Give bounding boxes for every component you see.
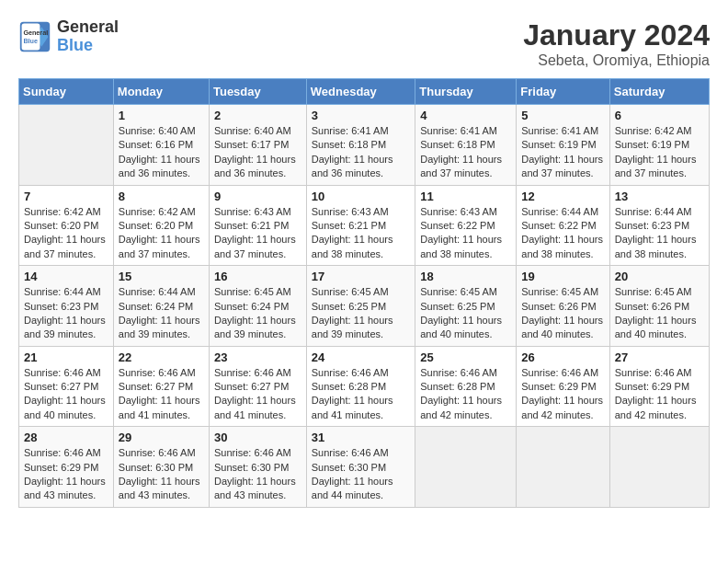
day-number: 30	[214, 431, 301, 444]
day-number: 27	[615, 350, 704, 364]
day-info: Sunrise: 6:46 AM Sunset: 6:27 PM Dayligh…	[119, 366, 204, 423]
calendar-week-2: 7Sunrise: 6:42 AM Sunset: 6:20 PM Daylig…	[19, 185, 710, 266]
day-number: 17	[312, 270, 410, 283]
calendar-table: SundayMondayTuesdayWednesdayThursdayFrid…	[18, 78, 710, 508]
day-number: 10	[312, 190, 410, 203]
calendar-cell: 19Sunrise: 6:45 AM Sunset: 6:26 PM Dayli…	[517, 266, 609, 347]
day-info: Sunrise: 6:43 AM Sunset: 6:21 PM Dayligh…	[214, 205, 301, 262]
day-info: Sunrise: 6:46 AM Sunset: 6:27 PM Dayligh…	[24, 366, 108, 423]
logo: General Blue General Blue	[18, 18, 119, 55]
calendar-cell: 26Sunrise: 6:46 AM Sunset: 6:29 PM Dayli…	[517, 346, 609, 427]
day-info: Sunrise: 6:44 AM Sunset: 6:22 PM Dayligh…	[521, 205, 604, 262]
calendar-cell: 20Sunrise: 6:45 AM Sunset: 6:26 PM Dayli…	[609, 266, 709, 347]
day-info: Sunrise: 6:45 AM Sunset: 6:24 PM Dayligh…	[214, 285, 301, 342]
day-info: Sunrise: 6:44 AM Sunset: 6:23 PM Dayligh…	[615, 205, 704, 262]
calendar-cell: 11Sunrise: 6:43 AM Sunset: 6:22 PM Dayli…	[415, 185, 517, 266]
day-number: 12	[521, 190, 604, 203]
day-number: 16	[214, 270, 301, 283]
calendar-cell: 2Sunrise: 6:40 AM Sunset: 6:17 PM Daylig…	[209, 105, 306, 186]
calendar-cell	[415, 427, 517, 508]
day-number: 22	[119, 350, 204, 364]
day-number: 21	[24, 350, 108, 364]
day-number: 14	[24, 270, 108, 283]
day-info: Sunrise: 6:46 AM Sunset: 6:30 PM Dayligh…	[214, 446, 301, 503]
calendar-cell: 7Sunrise: 6:42 AM Sunset: 6:20 PM Daylig…	[19, 185, 114, 266]
day-number: 2	[214, 109, 301, 122]
calendar-cell	[517, 427, 609, 508]
day-info: Sunrise: 6:45 AM Sunset: 6:25 PM Dayligh…	[312, 285, 410, 342]
calendar-cell: 21Sunrise: 6:46 AM Sunset: 6:27 PM Dayli…	[19, 346, 114, 427]
column-header-monday: Monday	[113, 79, 209, 105]
logo-icon: General Blue	[18, 20, 51, 53]
day-info: Sunrise: 6:42 AM Sunset: 6:20 PM Dayligh…	[119, 205, 204, 262]
day-info: Sunrise: 6:43 AM Sunset: 6:21 PM Dayligh…	[312, 205, 410, 262]
day-number: 24	[312, 350, 410, 364]
calendar-cell: 3Sunrise: 6:41 AM Sunset: 6:18 PM Daylig…	[306, 105, 415, 186]
calendar-cell: 16Sunrise: 6:45 AM Sunset: 6:24 PM Dayli…	[209, 266, 306, 347]
calendar-cell: 22Sunrise: 6:46 AM Sunset: 6:27 PM Dayli…	[113, 346, 209, 427]
day-info: Sunrise: 6:40 AM Sunset: 6:16 PM Dayligh…	[119, 124, 204, 181]
day-info: Sunrise: 6:44 AM Sunset: 6:23 PM Dayligh…	[24, 285, 108, 342]
day-number: 28	[24, 431, 108, 444]
calendar-cell	[19, 105, 114, 186]
day-number: 20	[615, 270, 704, 283]
day-info: Sunrise: 6:45 AM Sunset: 6:26 PM Dayligh…	[521, 285, 604, 342]
day-number: 23	[214, 350, 301, 364]
day-info: Sunrise: 6:43 AM Sunset: 6:22 PM Dayligh…	[420, 205, 511, 262]
svg-text:General: General	[23, 29, 48, 37]
calendar-cell: 12Sunrise: 6:44 AM Sunset: 6:22 PM Dayli…	[517, 185, 609, 266]
calendar-cell: 6Sunrise: 6:42 AM Sunset: 6:19 PM Daylig…	[609, 105, 709, 186]
calendar-cell: 14Sunrise: 6:44 AM Sunset: 6:23 PM Dayli…	[19, 266, 114, 347]
calendar-header-row: SundayMondayTuesdayWednesdayThursdayFrid…	[19, 79, 710, 105]
column-header-friday: Friday	[517, 79, 609, 105]
calendar-cell: 9Sunrise: 6:43 AM Sunset: 6:21 PM Daylig…	[209, 185, 306, 266]
day-info: Sunrise: 6:46 AM Sunset: 6:30 PM Dayligh…	[119, 446, 204, 503]
day-number: 1	[119, 109, 204, 122]
day-number: 15	[119, 270, 204, 283]
calendar-cell: 30Sunrise: 6:46 AM Sunset: 6:30 PM Dayli…	[209, 427, 306, 508]
day-number: 3	[312, 109, 410, 122]
day-number: 13	[615, 190, 704, 203]
calendar-cell: 13Sunrise: 6:44 AM Sunset: 6:23 PM Dayli…	[609, 185, 709, 266]
month-title: January 2024	[523, 18, 710, 52]
day-info: Sunrise: 6:46 AM Sunset: 6:29 PM Dayligh…	[615, 366, 704, 423]
day-info: Sunrise: 6:46 AM Sunset: 6:30 PM Dayligh…	[312, 446, 410, 503]
logo-text: General Blue	[57, 18, 119, 55]
day-info: Sunrise: 6:46 AM Sunset: 6:29 PM Dayligh…	[24, 446, 108, 503]
calendar-cell: 24Sunrise: 6:46 AM Sunset: 6:28 PM Dayli…	[306, 346, 415, 427]
day-number: 8	[119, 190, 204, 203]
day-info: Sunrise: 6:42 AM Sunset: 6:19 PM Dayligh…	[615, 124, 704, 181]
calendar-cell: 10Sunrise: 6:43 AM Sunset: 6:21 PM Dayli…	[306, 185, 415, 266]
day-info: Sunrise: 6:46 AM Sunset: 6:28 PM Dayligh…	[420, 366, 511, 423]
calendar-cell: 18Sunrise: 6:45 AM Sunset: 6:25 PM Dayli…	[415, 266, 517, 347]
calendar-cell	[609, 427, 709, 508]
column-header-thursday: Thursday	[415, 79, 517, 105]
calendar-cell: 31Sunrise: 6:46 AM Sunset: 6:30 PM Dayli…	[306, 427, 415, 508]
day-number: 11	[420, 190, 511, 203]
calendar-cell: 29Sunrise: 6:46 AM Sunset: 6:30 PM Dayli…	[113, 427, 209, 508]
calendar-week-3: 14Sunrise: 6:44 AM Sunset: 6:23 PM Dayli…	[19, 266, 710, 347]
day-number: 18	[420, 270, 511, 283]
day-info: Sunrise: 6:41 AM Sunset: 6:18 PM Dayligh…	[420, 124, 511, 181]
day-number: 29	[119, 431, 204, 444]
day-info: Sunrise: 6:45 AM Sunset: 6:25 PM Dayligh…	[420, 285, 511, 342]
column-header-sunday: Sunday	[19, 79, 114, 105]
calendar-cell: 23Sunrise: 6:46 AM Sunset: 6:27 PM Dayli…	[209, 346, 306, 427]
day-info: Sunrise: 6:41 AM Sunset: 6:18 PM Dayligh…	[312, 124, 410, 181]
location-subtitle: Sebeta, Oromiya, Ethiopia	[523, 52, 710, 69]
day-number: 19	[521, 270, 604, 283]
day-info: Sunrise: 6:41 AM Sunset: 6:19 PM Dayligh…	[521, 124, 604, 181]
day-info: Sunrise: 6:46 AM Sunset: 6:29 PM Dayligh…	[521, 366, 604, 423]
column-header-saturday: Saturday	[609, 79, 709, 105]
day-number: 6	[615, 109, 704, 122]
calendar-cell: 28Sunrise: 6:46 AM Sunset: 6:29 PM Dayli…	[19, 427, 114, 508]
day-info: Sunrise: 6:42 AM Sunset: 6:20 PM Dayligh…	[24, 205, 108, 262]
calendar-cell: 5Sunrise: 6:41 AM Sunset: 6:19 PM Daylig…	[517, 105, 609, 186]
calendar-cell: 27Sunrise: 6:46 AM Sunset: 6:29 PM Dayli…	[609, 346, 709, 427]
day-info: Sunrise: 6:46 AM Sunset: 6:28 PM Dayligh…	[312, 366, 410, 423]
calendar-week-4: 21Sunrise: 6:46 AM Sunset: 6:27 PM Dayli…	[19, 346, 710, 427]
calendar-cell: 4Sunrise: 6:41 AM Sunset: 6:18 PM Daylig…	[415, 105, 517, 186]
svg-text:Blue: Blue	[23, 37, 38, 45]
title-block: January 2024 Sebeta, Oromiya, Ethiopia	[523, 18, 710, 69]
calendar-cell: 1Sunrise: 6:40 AM Sunset: 6:16 PM Daylig…	[113, 105, 209, 186]
